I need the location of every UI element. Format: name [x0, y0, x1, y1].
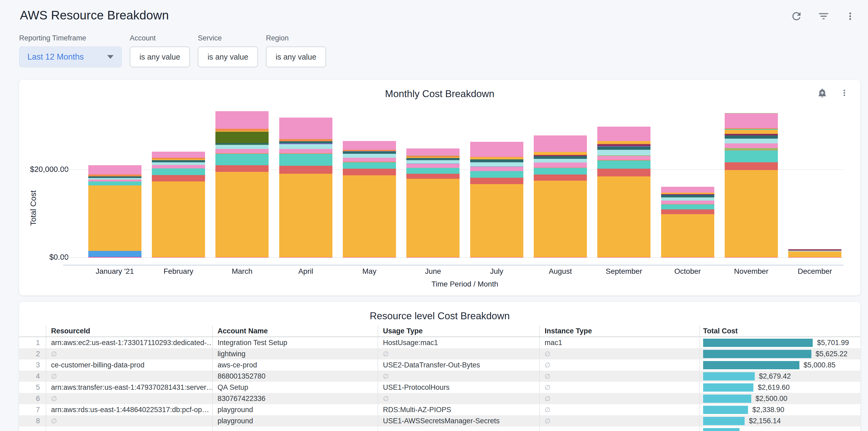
- bar-segment-amber[interactable]: [534, 181, 587, 257]
- bar-segment-red[interactable]: [597, 169, 650, 176]
- total-cost-cell[interactable]: $5,701.99: [700, 337, 860, 348]
- stacked-bar[interactable]: [725, 113, 778, 257]
- bar-segment-darkteal[interactable]: [152, 160, 205, 162]
- bar-segment-pink[interactable]: [215, 149, 269, 153]
- column-header[interactable]: Account Name: [212, 326, 378, 337]
- bar-segment-red[interactable]: [343, 169, 396, 175]
- stacked-bar[interactable]: [215, 111, 269, 257]
- column-header[interactable]: Usage Type: [378, 326, 539, 337]
- cost-bar[interactable]: [703, 350, 811, 358]
- bar-segment-teal[interactable]: [597, 160, 650, 169]
- bar-segment-amber[interactable]: [279, 174, 333, 257]
- instance-type-cell[interactable]: [539, 427, 700, 431]
- bar-segment-pink[interactable]: [88, 180, 142, 181]
- bar-segment-red[interactable]: [279, 166, 333, 174]
- bar-segment-pink[interactable]: [661, 187, 714, 192]
- usage-type-cell[interactable]: USE1-ProtocolHours: [378, 382, 539, 393]
- timeframe-select[interactable]: Last 12 Months: [19, 47, 122, 67]
- stacked-bar[interactable]: [597, 127, 650, 257]
- bar-segment-darkteal[interactable]: [725, 135, 778, 138]
- account-name-cell[interactable]: QA Setup: [212, 382, 378, 393]
- bar-segment-pink[interactable]: [279, 118, 333, 139]
- bar-segment-cyan[interactable]: [725, 138, 778, 144]
- stacked-bar[interactable]: [661, 187, 714, 257]
- account-name-cell[interactable]: aws-ce-prod: [212, 360, 378, 371]
- usage-type-cell[interactable]: HostUsage:mac1: [378, 337, 539, 348]
- instance-type-cell[interactable]: ∅: [539, 371, 700, 382]
- bar-segment-amber[interactable]: [534, 152, 587, 155]
- total-cost-cell[interactable]: $2,500.00: [700, 393, 860, 404]
- cost-bar[interactable]: [703, 339, 813, 347]
- bar-segment-maroon[interactable]: [597, 144, 650, 146]
- cost-bar[interactable]: [703, 428, 740, 431]
- refresh-button[interactable]: [790, 10, 803, 23]
- bar-segment-amber[interactable]: [597, 176, 650, 257]
- usage-type-cell[interactable]: USE1-AWSSecretsManager-Secrets: [378, 415, 539, 427]
- bar-segment-amber[interactable]: [661, 214, 714, 257]
- bar-segment-red[interactable]: [534, 175, 587, 181]
- account-name-cell[interactable]: [212, 427, 378, 431]
- bar-segment-teal[interactable]: [215, 154, 269, 165]
- resource-id-cell[interactable]: [46, 427, 212, 431]
- account-filter[interactable]: is any value: [130, 47, 190, 67]
- bar-segment-magenta[interactable]: [279, 257, 333, 257]
- account-name-cell[interactable]: 868001352780: [212, 371, 378, 382]
- bar-segment-red[interactable]: [470, 178, 523, 184]
- bar-segment-amber[interactable]: [152, 181, 205, 257]
- usage-type-cell[interactable]: [378, 427, 539, 431]
- bar-segment-cyan[interactable]: [215, 145, 269, 149]
- instance-type-cell[interactable]: ∅: [539, 415, 700, 427]
- bar-segment-darkteal[interactable]: [406, 158, 460, 160]
- usage-type-cell[interactable]: ∅: [378, 371, 539, 382]
- bar-segment-pink[interactable]: [343, 158, 396, 162]
- total-cost-cell[interactable]: $5,625.22: [700, 348, 860, 360]
- bar-segment-red[interactable]: [406, 174, 460, 179]
- cost-bar[interactable]: [703, 383, 753, 392]
- stacked-bar[interactable]: [152, 152, 205, 257]
- bar-segment-pink[interactable]: [470, 167, 523, 171]
- bar-segment-amber[interactable]: [788, 251, 841, 257]
- bar-segment-teal[interactable]: [534, 168, 587, 175]
- service-filter[interactable]: is any value: [198, 47, 258, 67]
- bar-segment-teal[interactable]: [406, 168, 460, 174]
- column-header[interactable]: [19, 326, 46, 337]
- total-cost-cell[interactable]: $2,619.60: [700, 382, 860, 393]
- bar-segment-pink[interactable]: [597, 156, 650, 160]
- bar-segment-red[interactable]: [661, 209, 714, 214]
- bar-segment-pink[interactable]: [152, 165, 205, 168]
- cost-bar[interactable]: [703, 417, 745, 425]
- stacked-bar[interactable]: [279, 118, 333, 257]
- cost-bar[interactable]: [703, 372, 755, 380]
- bar-segment-magenta[interactable]: [470, 257, 523, 257]
- usage-type-cell[interactable]: USE2-DataTransfer-Out-Bytes: [378, 360, 539, 371]
- stacked-bar[interactable]: [534, 135, 587, 257]
- bar-segment-pink[interactable]: [470, 142, 523, 157]
- column-header[interactable]: Total Cost: [700, 326, 860, 337]
- bar-segment-amber[interactable]: [343, 175, 396, 257]
- bar-segment-darkteal[interactable]: [343, 151, 396, 154]
- cost-bar[interactable]: [703, 395, 751, 403]
- bar-segment-orange[interactable]: [88, 175, 142, 176]
- instance-type-cell[interactable]: ∅: [539, 393, 700, 404]
- resource-id-cell[interactable]: arn:aws:ec2:us-east-1:733017110293:dedic…: [46, 337, 212, 348]
- bar-segment-cyan[interactable]: [534, 159, 587, 163]
- bar-segment-cyan[interactable]: [343, 154, 396, 158]
- bar-segment-pink[interactable]: [215, 111, 269, 129]
- bar-segment-magenta[interactable]: [215, 257, 269, 257]
- column-header[interactable]: Instance Type: [539, 326, 700, 337]
- usage-type-cell[interactable]: ∅: [378, 393, 539, 404]
- cost-bar[interactable]: [703, 361, 799, 369]
- bar-segment-blue[interactable]: [88, 251, 142, 257]
- instance-type-cell[interactable]: mac1: [539, 337, 700, 348]
- bar-segment-cyan[interactable]: [597, 150, 650, 155]
- resource-id-cell[interactable]: ce-customer-billing-data-prod: [46, 360, 212, 371]
- bar-segment-teal[interactable]: [661, 204, 714, 209]
- bar-segment-teal[interactable]: [279, 154, 333, 166]
- bar-segment-magenta[interactable]: [788, 257, 841, 257]
- dashboard-menu-button[interactable]: [845, 11, 856, 23]
- bar-segment-magenta[interactable]: [343, 257, 396, 257]
- region-filter[interactable]: is any value: [266, 47, 326, 67]
- bar-segment-darkteal[interactable]: [470, 159, 523, 162]
- bar-segment-darkteal[interactable]: [534, 156, 587, 159]
- bar-segment-magenta[interactable]: [725, 257, 778, 257]
